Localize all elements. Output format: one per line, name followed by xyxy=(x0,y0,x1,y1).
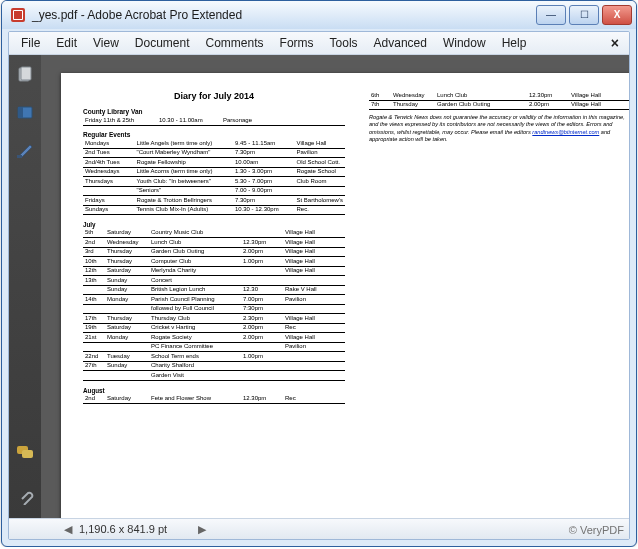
comments-panel-icon[interactable] xyxy=(15,442,35,462)
bookmarks-panel-icon[interactable] xyxy=(15,103,35,123)
close-button[interactable]: X xyxy=(602,5,632,25)
menu-forms[interactable]: Forms xyxy=(272,34,322,52)
table-cell xyxy=(105,371,149,381)
table-cell: 2nd Tues xyxy=(83,148,135,158)
table-cell: 2.30pm xyxy=(241,314,283,324)
table-cell: 7.30pm xyxy=(233,148,295,158)
table-cell: 13th xyxy=(83,276,105,286)
table-cell: followed by Full Council xyxy=(149,304,241,314)
pdf-page: Diary for July 2014 County Library Van F… xyxy=(61,73,629,518)
signatures-panel-icon[interactable] xyxy=(15,141,35,161)
table-cell: Wednesdays xyxy=(83,167,135,177)
table-cell: Thursday xyxy=(105,247,149,257)
menu-file[interactable]: File xyxy=(13,34,48,52)
regular-events-header: Regular Events xyxy=(83,131,345,139)
menu-tools[interactable]: Tools xyxy=(322,34,366,52)
table-cell: Monday xyxy=(105,295,149,305)
document-viewport[interactable]: Diary for July 2014 County Library Van F… xyxy=(41,55,629,518)
maximize-button[interactable]: ☐ xyxy=(569,5,599,25)
table-cell: Club Room xyxy=(295,177,346,187)
table-cell: 2nd xyxy=(83,395,105,404)
table-cell: Village Hall xyxy=(283,257,345,267)
table-cell: Pavilion xyxy=(283,295,345,305)
table-cell: Sunday xyxy=(105,276,149,286)
table-cell xyxy=(241,229,283,238)
table-cell: 19th xyxy=(83,323,105,333)
table-cell: 2.00pm xyxy=(241,323,283,333)
table-cell: Mondays xyxy=(83,139,135,148)
table-cell: Sundays xyxy=(83,205,135,215)
table-cell xyxy=(83,342,105,352)
close-document-button[interactable]: × xyxy=(605,35,625,51)
table-cell: 3rd xyxy=(83,247,105,257)
table-cell: 12.30 xyxy=(241,285,283,295)
page-column-right: 6thWednesdayLunch Club12.30pmVillage Hal… xyxy=(369,91,629,511)
table-cell: Rogate School xyxy=(295,167,346,177)
table-cell: 10.00am xyxy=(233,158,295,168)
client-area: File Edit View Document Comments Forms T… xyxy=(8,31,630,540)
table-cell xyxy=(105,342,149,352)
page-dimensions: 1,190.6 x 841.9 pt xyxy=(79,523,167,535)
table-cell: Village Hall xyxy=(283,314,345,324)
table-cell: Sunday xyxy=(105,285,149,295)
table-cell xyxy=(83,186,135,196)
table-cell xyxy=(283,361,345,371)
pages-panel-icon[interactable] xyxy=(15,65,35,85)
august-table: 2ndSaturdayFete and Flower Show12.30pmRe… xyxy=(83,395,345,405)
table-cell: Fridays xyxy=(83,196,135,206)
table-cell: 5th xyxy=(83,229,105,238)
table-cell: 1.00pm xyxy=(241,352,283,362)
table-cell: Thursday xyxy=(391,100,435,110)
table-cell: Village Hall xyxy=(283,238,345,248)
table-cell: St Bartholomew's xyxy=(295,196,346,206)
table-cell: Tennis Club Mix-In (Adults) xyxy=(135,205,233,215)
table-cell: Pavilion xyxy=(283,342,345,352)
table-cell: 2nd/4th Tues xyxy=(83,158,135,168)
table-cell: Garden Club Outing xyxy=(149,247,241,257)
july-header: July xyxy=(83,221,345,229)
table-cell: "Seniors" xyxy=(135,186,233,196)
table-cell xyxy=(283,352,345,362)
table-cell: 12.30pm xyxy=(241,238,283,248)
menu-document[interactable]: Document xyxy=(127,34,198,52)
disclaimer-email-link[interactable]: randtnews@btinternet.com xyxy=(532,129,599,135)
table-cell: 2.00pm xyxy=(241,247,283,257)
title-bar[interactable]: _yes.pdf - Adobe Acrobat Pro Extended — … xyxy=(2,1,636,29)
table-cell: 7:30pm xyxy=(241,304,283,314)
menu-comments[interactable]: Comments xyxy=(198,34,272,52)
table-cell: PC Finance Committee xyxy=(149,342,241,352)
next-page-arrow[interactable]: ▶ xyxy=(195,523,209,536)
table-cell: Village Hall xyxy=(283,229,345,238)
table-cell: 17th xyxy=(83,314,105,324)
july-table: 5thSaturdayCountry Music ClubVillage Hal… xyxy=(83,229,345,381)
table-cell: 1.30 - 3.00pm xyxy=(233,167,295,177)
table-cell: 2.00pm xyxy=(527,100,569,110)
table-cell: 7.30pm xyxy=(233,196,295,206)
table-cell: Tuesday xyxy=(105,352,149,362)
table-cell: Old School Cott. xyxy=(295,158,346,168)
table-cell xyxy=(83,371,105,381)
table-cell: 12th xyxy=(83,266,105,276)
work-area: Diary for July 2014 County Library Van F… xyxy=(9,55,629,518)
menu-window[interactable]: Window xyxy=(435,34,494,52)
page-column-left: Diary for July 2014 County Library Van F… xyxy=(83,91,345,511)
attachments-panel-icon[interactable] xyxy=(15,486,35,506)
menu-view[interactable]: View xyxy=(85,34,127,52)
table-cell xyxy=(105,304,149,314)
table-cell: Concert xyxy=(149,276,241,286)
menu-advanced[interactable]: Advanced xyxy=(366,34,435,52)
svg-rect-6 xyxy=(17,155,22,158)
navigation-pane xyxy=(9,55,41,518)
menu-bar: File Edit View Document Comments Forms T… xyxy=(9,32,629,55)
table-cell xyxy=(241,342,283,352)
menu-help[interactable]: Help xyxy=(494,34,535,52)
table-cell: Youth Club: "In betweeners" xyxy=(135,177,233,187)
table-cell: 2.00pm xyxy=(241,333,283,343)
minimize-button[interactable]: — xyxy=(536,5,566,25)
status-bar: ◀ 1,190.6 x 841.9 pt ▶ xyxy=(9,518,629,539)
menu-edit[interactable]: Edit xyxy=(48,34,85,52)
table-cell xyxy=(241,266,283,276)
table-cell: Garden Visit xyxy=(149,371,241,381)
table-cell: Lunch Club xyxy=(149,238,241,248)
prev-page-arrow[interactable]: ◀ xyxy=(61,523,75,536)
